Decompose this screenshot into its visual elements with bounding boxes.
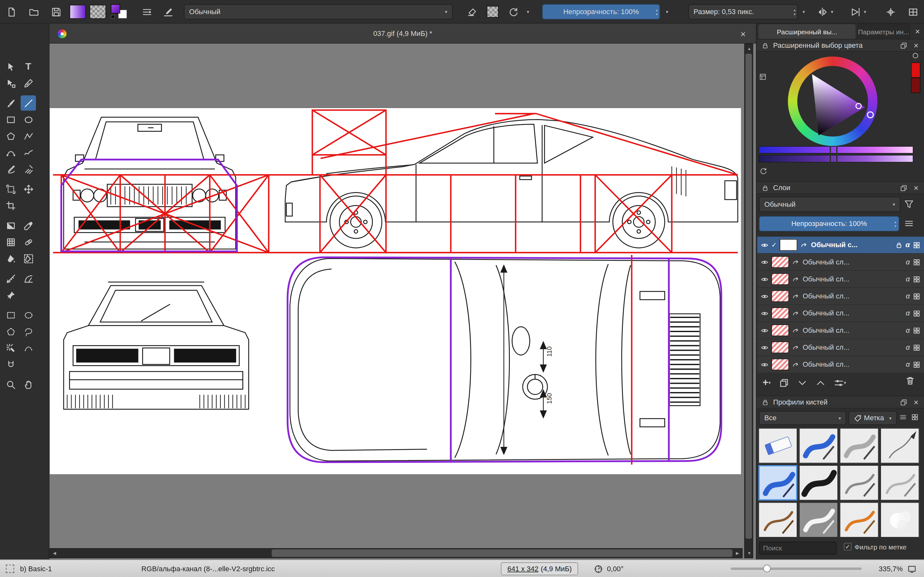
slider-marker[interactable] (836, 146, 837, 154)
eye-icon[interactable] (761, 292, 768, 300)
brush-preset[interactable] (840, 502, 879, 538)
tool-transform[interactable] (3, 181, 18, 197)
foreground-color-swatch[interactable] (111, 4, 120, 13)
layer-options-icon[interactable] (913, 276, 921, 283)
alpha-lock-icon[interactable]: α (906, 360, 910, 369)
canvas-artwork[interactable]: 110 150 (49, 108, 741, 474)
eye-icon[interactable] (761, 343, 768, 351)
tool-freehand-path[interactable] (21, 145, 36, 160)
blend-mode-dropdown[interactable]: Обычный ▾ (184, 4, 453, 19)
opacity-spinner[interactable]: ▴▾ (656, 5, 658, 20)
opacity-field[interactable]: Непрозрачность: 100% ▴▾ (542, 4, 660, 19)
spin-down-icon[interactable]: ▾ (656, 13, 658, 17)
wrap-around-button[interactable] (847, 4, 863, 19)
snap-settings-button[interactable] (883, 4, 898, 19)
brush-presets-history-button[interactable] (139, 4, 154, 19)
slider-marker[interactable] (836, 155, 837, 163)
tool-ellipse[interactable] (21, 112, 36, 127)
layer-name[interactable]: Обычный сл... (803, 343, 903, 351)
tool-smart-patch[interactable] (21, 234, 36, 250)
tool-rect-select[interactable] (3, 308, 18, 323)
eye-icon[interactable] (761, 309, 768, 317)
close-document-button[interactable]: × (736, 27, 750, 41)
tool-line[interactable] (21, 95, 36, 111)
layer-name[interactable]: Обычный сл... (803, 309, 903, 318)
brush-preset[interactable] (758, 502, 797, 538)
eye-icon[interactable] (761, 258, 768, 266)
close-icon[interactable]: × (911, 183, 921, 192)
brush-editor-button[interactable] (160, 4, 176, 19)
layer-options-icon[interactable] (913, 258, 921, 266)
duplicate-layer-button[interactable] (779, 378, 789, 388)
layer-options-icon[interactable] (913, 309, 921, 317)
brush-preset[interactable] (880, 428, 919, 463)
vertical-scroll-thumb[interactable] (745, 53, 752, 538)
inherit-alpha-icon[interactable] (792, 276, 800, 283)
layer-thumbnail[interactable] (771, 342, 789, 353)
mirror-view-button[interactable] (814, 4, 830, 19)
layer-thumbnail[interactable] (771, 324, 789, 336)
layer-options-icon[interactable] (913, 361, 921, 368)
reload-options-dropdown[interactable]: ▾ (525, 4, 531, 19)
brush-preset[interactable] (799, 465, 838, 500)
layers-docker-header[interactable]: Слои × (756, 181, 924, 194)
float-docker-icon[interactable] (899, 398, 908, 407)
layer-thumbnail[interactable] (771, 359, 789, 371)
inherit-alpha-icon[interactable] (800, 241, 808, 249)
default-colors-mini-swatch[interactable] (111, 15, 115, 19)
brush-docker-header[interactable]: Профили кистей × (756, 396, 924, 408)
tool-gradient[interactable] (3, 218, 18, 234)
tool-polyline[interactable] (21, 128, 36, 143)
spin-up-icon[interactable]: ▴ (794, 8, 796, 13)
layer-row[interactable]: Обычный сл... α (757, 305, 924, 322)
hue-cursor[interactable] (867, 112, 873, 118)
tool-fill[interactable] (3, 251, 18, 266)
reload-preset-button[interactable] (506, 4, 521, 19)
tab-tool-options[interactable]: Параметры ин... (857, 23, 909, 39)
layer-options-icon[interactable] (913, 241, 921, 249)
save-button[interactable] (48, 4, 64, 19)
layer-row[interactable]: Обычный сл... α (757, 254, 924, 271)
wrap-options-dropdown[interactable]: ▾ (861, 4, 869, 19)
inherit-alpha-icon[interactable] (792, 258, 800, 266)
foreground-background-colors[interactable] (111, 4, 129, 19)
inherit-alpha-icon[interactable] (792, 361, 800, 368)
tool-assistants[interactable] (3, 271, 18, 286)
brush-preset[interactable] (880, 465, 919, 500)
eye-icon[interactable] (761, 361, 768, 368)
tool-enclose-fill[interactable] (21, 251, 36, 266)
sv-triangle[interactable] (788, 56, 877, 146)
document-tab[interactable]: 037.gif (4,9 МиБ) * × (49, 23, 756, 43)
tool-ellipse-select[interactable] (21, 308, 36, 323)
eraser-mode-button[interactable] (464, 4, 480, 19)
checkbox-checked-icon[interactable]: ✓ (844, 543, 851, 550)
float-docker-icon[interactable] (899, 41, 908, 50)
tool-multibrush[interactable] (21, 161, 36, 177)
layer-list-options-button[interactable] (904, 218, 916, 230)
color-slider-1[interactable] (758, 146, 913, 154)
layer-filter-button[interactable] (904, 199, 916, 211)
tool-crop[interactable] (3, 198, 18, 213)
vertical-scrollbar[interactable]: ▲ ▼ (744, 44, 753, 558)
slider-marker[interactable] (830, 155, 831, 163)
pattern-swatch[interactable] (89, 5, 106, 19)
inherit-alpha-icon[interactable] (792, 343, 800, 351)
layer-thumbnail[interactable] (771, 308, 789, 319)
brush-preset[interactable] (799, 502, 838, 538)
layer-row[interactable]: Обычный сл... α (757, 322, 924, 339)
tool-similar-color-select[interactable] (3, 340, 18, 356)
color-docker-header[interactable]: Расширенный выбор цвета × (756, 39, 924, 52)
tool-polygon[interactable] (3, 128, 18, 143)
selection-mode-icon[interactable] (6, 564, 14, 573)
layer-blend-mode-dropdown[interactable]: Обычный ▾ (759, 197, 901, 212)
document-size-button[interactable]: 641 x 342 (4,9 МиБ) (501, 562, 578, 575)
brush-preset[interactable] (799, 428, 838, 463)
spin-down-icon[interactable]: ▾ (794, 13, 796, 17)
tag-button[interactable]: Метка ▾ (849, 411, 897, 425)
canvas-viewport[interactable]: 110 150 (49, 44, 756, 559)
opacity-spinner[interactable]: ▴▾ (895, 217, 897, 232)
inherit-alpha-icon[interactable] (792, 326, 800, 334)
scroll-down-arrow[interactable]: ▼ (745, 549, 754, 558)
size-options-dropdown[interactable]: ▾ (800, 4, 807, 19)
tool-pattern-edit[interactable] (3, 234, 18, 250)
